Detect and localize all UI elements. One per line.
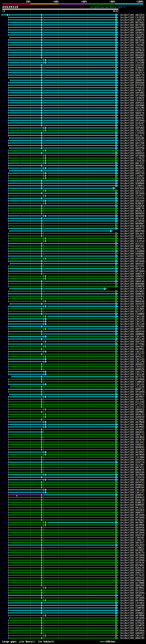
hsp-boundary-tick: [8, 117, 8, 119]
alignment-tail-segment: [44, 122, 116, 123]
label-leader-line: [118, 598, 120, 598]
small-gap-dots: [20, 60, 20, 60]
hsp-boundary-tick: [8, 52, 8, 54]
alignment-head-segment: [8, 422, 46, 422]
label-leader-line: [1, 211, 7, 211]
arrowhead-icon: [116, 227, 118, 230]
label-leader-line: [118, 366, 120, 367]
arrowhead-icon: [46, 371, 47, 372]
arrowhead-icon: [42, 46, 43, 48]
alignment-tail-segment: [44, 544, 116, 546]
label-leader-line: [118, 472, 120, 473]
hsp-boundary-tick: [44, 182, 44, 184]
alignment-tail-segment: [44, 138, 116, 138]
alignment-head-segment: [8, 206, 42, 206]
arrowhead-icon: [42, 44, 43, 46]
arrowhead-icon: [42, 526, 43, 528]
alignment-tail-segment: [44, 180, 116, 181]
arrowhead-icon: [46, 479, 47, 481]
small-gap-dots: [20, 128, 20, 128]
hsp-boundary-tick: [8, 275, 8, 277]
hsp-boundary-tick: [44, 333, 44, 335]
alignment-head-segment: [8, 90, 42, 91]
alignment-tail-segment: [47, 62, 116, 63]
hsp-boundary-tick: [8, 635, 8, 637]
alignment-head-segment: [8, 582, 42, 583]
hsp-boundary-tick: [8, 426, 8, 428]
alignment-head-segment: [8, 293, 42, 294]
hsp-boundary-tick: [43, 238, 44, 240]
label-leader-line: [118, 628, 120, 628]
alignment-head-segment: [8, 314, 42, 314]
arrowhead-icon: [42, 110, 43, 111]
hsp-boundary-tick: [8, 371, 8, 373]
alignment-head-segment: [8, 444, 42, 445]
label-leader-line: [1, 30, 7, 30]
alignment-tail-segment: [44, 632, 116, 634]
hsp-boundary-tick: [44, 122, 44, 124]
hsp-boundary-tick: [44, 579, 44, 582]
hsp-boundary-tick: [8, 248, 8, 250]
alignment-head-segment: [8, 464, 42, 465]
alignment-head-segment: [8, 542, 42, 543]
label-leader-line: [118, 30, 120, 30]
arrowhead-icon: [116, 574, 118, 576]
alignment-tail-segment: [44, 520, 116, 520]
arrowhead-icon: [42, 386, 43, 388]
arrowhead-icon: [116, 195, 118, 197]
alignment-tail-segment: [44, 514, 116, 516]
hsp-boundary-tick: [8, 39, 8, 41]
alignment-tail-segment: [44, 512, 116, 513]
arrowhead-icon: [116, 413, 118, 416]
hsp-boundary-tick: [44, 378, 44, 380]
arrowhead-icon: [42, 594, 43, 596]
arrowhead-icon: [116, 79, 118, 81]
query-length-bar: [2, 9, 118, 10]
alignment-tail-segment: [44, 80, 116, 81]
label-leader-line: [118, 105, 120, 106]
hsp-boundary-tick: [43, 130, 44, 132]
arrowhead-icon: [116, 514, 118, 516]
arrowhead-icon: [46, 454, 47, 456]
label-leader-line: [118, 497, 120, 498]
alignment-tail-segment: [47, 371, 116, 372]
alignment-head-segment: [8, 165, 42, 166]
arrowhead-icon: [116, 504, 118, 506]
arrowhead-icon: [116, 330, 118, 332]
label-leader-line: [1, 613, 7, 614]
hsp-boundary-tick: [8, 459, 8, 461]
label-leader-line: [1, 552, 7, 553]
arrowhead-icon: [42, 552, 43, 554]
arrowhead-icon: [42, 122, 43, 124]
label-leader-line: [1, 281, 7, 282]
alignment-tail-segment: [44, 592, 116, 593]
hsp-boundary-tick: [8, 175, 8, 177]
alignment-head-segment: [8, 60, 46, 60]
arrowhead-icon: [116, 418, 118, 420]
alignment-tail-segment: [44, 436, 116, 438]
hsp-boundary-tick: [44, 72, 44, 74]
arrowhead-icon: [116, 433, 118, 436]
alignment-head-segment: [8, 565, 42, 566]
arrowhead-icon: [46, 600, 47, 601]
alignment-head-segment: [8, 575, 42, 576]
arrowhead-icon: [42, 180, 43, 182]
arrowhead-icon: [42, 434, 43, 436]
arrowhead-icon: [46, 162, 47, 164]
label-leader-line: [118, 407, 120, 407]
alignment-head-segment: [8, 115, 42, 116]
hit-label[interactable]: UniRef100_B8RJ90: [120, 637, 145, 640]
alignment-head-segment: [8, 449, 42, 450]
alignment-tail-segment: [44, 580, 116, 581]
alignment-head-segment: [8, 560, 42, 560]
small-gap-dots: [20, 241, 20, 242]
hsp-boundary-tick: [44, 288, 44, 290]
arrowhead-icon: [42, 612, 43, 614]
hsp-boundary-tick: [8, 610, 8, 612]
arrowhead-icon: [46, 373, 47, 375]
hit-row[interactable]: UniRef100_B8RJ90: [0, 637, 146, 640]
arrowhead-icon: [116, 489, 118, 491]
arrowhead-icon: [46, 414, 47, 415]
alignment-tail-segment: [44, 487, 116, 488]
hsp-boundary-tick: [43, 371, 44, 373]
